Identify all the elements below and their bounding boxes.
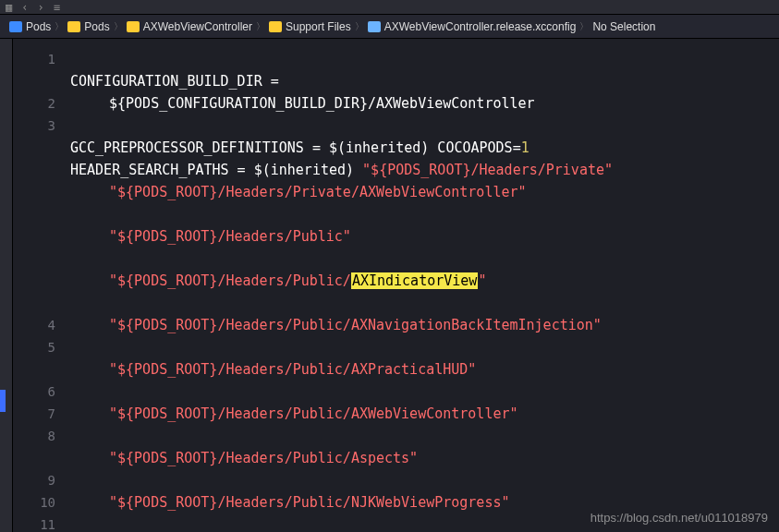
line-number: 8 <box>13 425 55 447</box>
line-number: 10 <box>13 491 55 514</box>
line-number: 4 <box>13 314 55 336</box>
line-number: 11 <box>13 514 55 532</box>
chevron-right-icon: 〉 <box>579 20 589 33</box>
code-area[interactable]: CONFIGURATION_BUILD_DIR = ${PODS_CONFIGU… <box>65 39 779 532</box>
folder-icon <box>269 21 282 32</box>
watermark: https://blog.csdn.net/u011018979 <box>590 511 768 525</box>
code-line: HEADER_SEARCH_PATHS = $(inherited) "${PO… <box>70 162 613 178</box>
breadcrumb-item[interactable]: AXWebViewController <box>143 20 252 33</box>
code-line: "${PODS_ROOT}/Headers/Public/Aspects" <box>70 447 779 469</box>
left-strip <box>0 39 13 532</box>
code-line: "${PODS_ROOT}/Headers/Public/AXWebViewCo… <box>70 403 779 425</box>
line-gutter: 1 2 3 4 5 6 7 8 9 10 11 <box>13 39 65 532</box>
folder-icon <box>127 21 140 32</box>
line-number: 2 <box>13 92 55 115</box>
code-line: GCC_PREPROCESSOR_DEFINITIONS = $(inherit… <box>70 139 529 156</box>
code-editor[interactable]: 1 2 3 4 5 6 7 8 9 10 11 CONFIGURATION_BU… <box>0 39 779 532</box>
project-icon <box>9 21 22 32</box>
xcconfig-file-icon <box>368 21 381 32</box>
line-number: 9 <box>13 469 55 491</box>
folder-icon <box>67 21 80 32</box>
breadcrumb-item[interactable]: AXWebViewController.release.xcconfig <box>384 20 577 33</box>
line-number: 3 <box>13 115 55 137</box>
code-line: "${PODS_ROOT}/Headers/Public" <box>70 225 779 248</box>
code-line: "${PODS_ROOT}/Headers/Private/AXWebViewC… <box>70 181 779 203</box>
breadcrumb-item[interactable]: Pods <box>26 20 51 33</box>
code-line: "${PODS_ROOT}/Headers/Public/AXNavigatio… <box>70 314 779 336</box>
chevron-right-icon: 〉 <box>55 20 64 33</box>
grid-icon[interactable]: ▦ <box>6 1 12 14</box>
line-number: 6 <box>13 381 55 403</box>
breadcrumb-item[interactable]: Pods <box>84 20 109 33</box>
code-line: ${PODS_CONFIGURATION_BUILD_DIR}/AXWebVie… <box>70 92 779 115</box>
line-number: 5 <box>13 336 55 358</box>
chevron-right-icon: 〉 <box>114 20 123 33</box>
forward-icon[interactable]: › <box>37 1 43 14</box>
breadcrumb: Pods 〉 Pods 〉 AXWebViewController 〉 Supp… <box>0 15 779 39</box>
menu-icon[interactable]: ≡ <box>54 1 60 14</box>
line-number: 1 <box>13 48 55 70</box>
chevron-right-icon: 〉 <box>355 20 364 33</box>
line-number: 7 <box>13 403 55 425</box>
back-icon[interactable]: ‹ <box>21 1 28 14</box>
chevron-right-icon: 〉 <box>256 20 265 33</box>
code-line: CONFIGURATION_BUILD_DIR = <box>70 73 279 90</box>
search-highlight: AXIndicatorView <box>351 272 478 289</box>
change-marker <box>0 390 6 412</box>
toolbar-strip: ▦ ‹ › ≡ Localizable....gs (English) Loca… <box>0 0 779 15</box>
breadcrumb-item[interactable]: Support Files <box>286 20 351 33</box>
breadcrumb-item[interactable]: No Selection <box>592 20 655 33</box>
code-line: "${PODS_ROOT}/Headers/Public/AXPractical… <box>70 358 779 381</box>
code-line: "${PODS_ROOT}/Headers/Public/AXIndicator… <box>70 270 779 292</box>
